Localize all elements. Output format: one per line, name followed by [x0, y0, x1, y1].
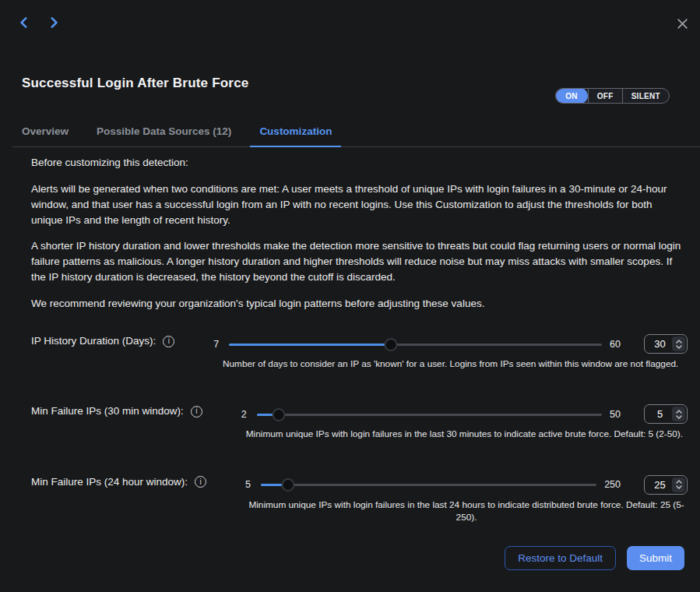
slider-track-fill	[229, 344, 391, 346]
stepper-down-icon[interactable]	[676, 345, 682, 349]
param-control: 7 60 30 Number of days to consider an IP…	[213, 334, 688, 370]
chevron-left-icon	[19, 16, 30, 29]
slider-track-rail	[261, 484, 596, 486]
slider-track[interactable]	[257, 407, 602, 421]
top-navigation	[17, 16, 61, 30]
value-stepper[interactable]	[672, 407, 685, 421]
slider-thumb[interactable]	[272, 408, 285, 421]
footer-actions: Restore to Default Submit	[505, 546, 684, 570]
stepper-up-icon[interactable]	[676, 410, 682, 414]
slider-max-label: 60	[610, 337, 621, 351]
value-input-text: 5	[648, 408, 672, 420]
slider-line: 5 250 25	[245, 475, 688, 495]
param-row-ip-history-duration: IP History Duration (Days): i 7 60 30	[31, 334, 688, 370]
back-button[interactable]	[17, 16, 31, 30]
value-input[interactable]: 25	[644, 475, 688, 495]
intro-paragraph-3: We recommend reviewing your organization…	[31, 296, 685, 312]
submit-button[interactable]: Submit	[627, 546, 684, 570]
slider-line: 2 50 5	[241, 404, 688, 424]
info-icon[interactable]: i	[191, 406, 202, 418]
slider-line: 7 60 30	[213, 334, 688, 354]
intro-paragraph-1: Alerts will be generated when two condit…	[31, 181, 685, 228]
slider-max-label: 50	[610, 407, 621, 421]
param-label: Min Failure IPs (24 hour window): i	[31, 475, 206, 489]
value-stepper[interactable]	[672, 337, 685, 351]
slider-track-rail	[257, 414, 602, 416]
slider-track[interactable]	[261, 477, 596, 492]
value-input[interactable]: 30	[644, 334, 688, 354]
tab-bar: Overview Possible Data Sources (12) Cust…	[12, 125, 700, 147]
info-icon[interactable]: i	[195, 476, 206, 488]
info-icon[interactable]: i	[163, 336, 174, 347]
page-title: Successful Login After Brute Force	[22, 76, 248, 91]
param-control: 5 250 25 Minimum unique IPs with login f…	[245, 475, 688, 524]
param-helper-text: Minimum unique IPs with login failures i…	[245, 499, 688, 524]
param-label-text: Min Failure IPs (24 hour window):	[31, 475, 188, 489]
stepper-up-icon[interactable]	[676, 480, 682, 484]
value-stepper[interactable]	[672, 477, 685, 492]
parameter-list: IP History Duration (Days): i 7 60 30	[31, 334, 688, 523]
value-input-text: 30	[648, 338, 672, 350]
slider-min-label: 7	[213, 337, 219, 351]
intro-paragraph-2: A shorter IP history duration and lower …	[31, 238, 685, 285]
stepper-up-icon[interactable]	[676, 340, 682, 344]
toggle-on-button[interactable]: ON	[555, 88, 588, 104]
param-label-text: Min Failure IPs (30 min window):	[31, 404, 184, 418]
detection-state-toggle: ON OFF SILENT	[555, 88, 670, 104]
value-input-text: 25	[648, 479, 672, 491]
param-label: Min Failure IPs (30 min window): i	[31, 404, 202, 418]
param-label: IP History Duration (Days): i	[31, 334, 174, 348]
stepper-down-icon[interactable]	[676, 485, 682, 489]
param-control: 2 50 5 Minimum unique IPs with login fai…	[241, 404, 688, 440]
tab-possible-data-sources[interactable]: Possible Data Sources (12)	[87, 125, 241, 146]
toggle-silent-button[interactable]: SILENT	[622, 89, 669, 103]
param-row-min-failure-ips-30min: Min Failure IPs (30 min window): i 2 50 …	[31, 404, 688, 440]
param-helper-text: Number of days to consider an IP as 'kno…	[213, 358, 688, 370]
slider-thumb[interactable]	[385, 338, 398, 351]
tab-customization[interactable]: Customization	[250, 125, 341, 147]
slider-track[interactable]	[229, 337, 602, 351]
stepper-down-icon[interactable]	[676, 415, 682, 419]
param-row-min-failure-ips-24hr: Min Failure IPs (24 hour window): i 5 25…	[31, 475, 688, 524]
close-icon	[677, 18, 688, 30]
toggle-off-button[interactable]: OFF	[588, 89, 622, 103]
param-helper-text: Minimum unique IPs with login failures i…	[241, 428, 688, 440]
value-input[interactable]: 5	[644, 404, 688, 424]
forward-button[interactable]	[47, 16, 61, 30]
slider-min-label: 2	[241, 407, 247, 421]
tab-overview[interactable]: Overview	[12, 125, 78, 146]
customization-intro: Before customizing this detection: Alert…	[31, 155, 685, 322]
close-button[interactable]	[674, 16, 690, 31]
slider-min-label: 5	[245, 477, 251, 492]
slider-thumb[interactable]	[282, 478, 295, 492]
chevron-right-icon	[48, 16, 59, 29]
param-label-text: IP History Duration (Days):	[31, 334, 156, 348]
restore-to-default-button[interactable]: Restore to Default	[505, 546, 616, 570]
slider-max-label: 250	[604, 477, 621, 492]
intro-heading: Before customizing this detection:	[31, 155, 685, 171]
